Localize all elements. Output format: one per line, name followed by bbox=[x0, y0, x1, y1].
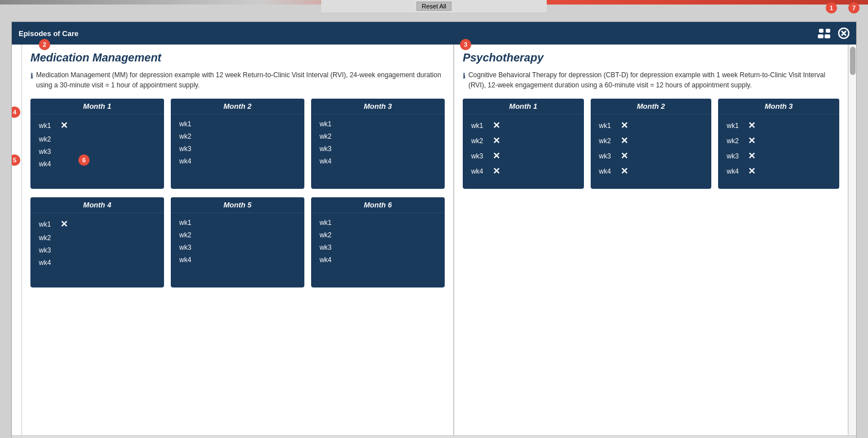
month-card: Month 1wk1✕wk2wk3wk4 bbox=[30, 99, 164, 189]
month-card: Month 3wk1wk2wk3wk4 bbox=[311, 99, 445, 189]
visit-mark[interactable]: ✕ bbox=[621, 151, 628, 161]
visit-mark[interactable]: ✕ bbox=[621, 166, 628, 176]
week-row: wk2 bbox=[320, 231, 436, 239]
week-row: wk1 bbox=[179, 219, 296, 227]
week-label: wk2 bbox=[179, 231, 195, 239]
week-row: wk4 bbox=[39, 160, 156, 168]
visit-mark[interactable]: ✕ bbox=[621, 135, 628, 146]
week-label: wk1 bbox=[179, 219, 195, 227]
week-row: wk4 bbox=[320, 157, 436, 165]
week-row: wk3 bbox=[39, 246, 156, 254]
svg-rect-2 bbox=[818, 34, 823, 38]
month-card: Month 3wk1✕wk2✕wk3✕wk4✕ bbox=[718, 99, 839, 189]
psychotherapy-description: ℹ Cognitive Behavioral Therapy for depre… bbox=[463, 70, 839, 90]
week-row: wk1✕ bbox=[39, 219, 156, 229]
week-label: wk2 bbox=[320, 132, 335, 140]
week-label: wk3 bbox=[320, 145, 335, 153]
badge-4: 4 bbox=[12, 107, 20, 118]
visit-mark[interactable]: ✕ bbox=[621, 120, 628, 131]
visit-mark[interactable]: ✕ bbox=[748, 166, 755, 176]
week-label: wk3 bbox=[727, 152, 742, 160]
week-row: wk3✕ bbox=[599, 151, 703, 161]
week-row: wk1✕ bbox=[599, 120, 703, 131]
week-row: wk3✕ bbox=[727, 151, 831, 161]
week-label: wk3 bbox=[320, 244, 335, 251]
week-label: wk2 bbox=[39, 234, 55, 242]
visit-mark[interactable]: ✕ bbox=[493, 135, 500, 146]
reset-all-button[interactable]: Reset All bbox=[417, 2, 451, 11]
svg-rect-1 bbox=[826, 29, 830, 33]
medication-info-icon: ℹ bbox=[30, 70, 33, 82]
week-row: wk2 bbox=[39, 135, 156, 143]
visit-mark[interactable]: ✕ bbox=[748, 151, 755, 161]
psychotherapy-info-icon: ℹ bbox=[463, 70, 466, 82]
week-label: wk1 bbox=[320, 120, 335, 128]
week-row: wk4✕ bbox=[727, 166, 831, 176]
visit-mark[interactable]: ✕ bbox=[748, 120, 755, 131]
week-row: wk4 bbox=[320, 256, 436, 264]
month-card: Month 4wk1✕wk2wk3wk4 bbox=[30, 197, 164, 287]
scrollbar-thumb[interactable] bbox=[850, 47, 856, 75]
badge-2: 2 bbox=[39, 39, 50, 50]
user-group-icon[interactable] bbox=[818, 28, 831, 39]
week-row: wk3 bbox=[320, 244, 436, 251]
week-row: wk4✕ bbox=[599, 166, 703, 176]
week-label: wk2 bbox=[179, 132, 195, 140]
week-row: wk2 bbox=[320, 132, 436, 140]
visit-mark[interactable]: ✕ bbox=[493, 166, 500, 176]
week-label: wk4 bbox=[320, 256, 335, 264]
week-row: wk4✕ bbox=[471, 166, 575, 176]
month-header: Month 5 bbox=[171, 197, 304, 213]
month-header: Month 2 bbox=[171, 99, 304, 114]
week-label: wk2 bbox=[599, 137, 615, 145]
week-row: wk2✕ bbox=[471, 135, 575, 146]
visit-mark[interactable]: ✕ bbox=[60, 120, 68, 131]
month-header: Month 6 bbox=[311, 197, 445, 213]
medication-description: ℹ Medication Management (MM) for depress… bbox=[30, 70, 445, 90]
week-row: wk2 bbox=[39, 234, 156, 242]
svg-rect-3 bbox=[825, 34, 830, 38]
week-label: wk3 bbox=[471, 152, 487, 160]
visit-mark[interactable]: ✕ bbox=[493, 120, 500, 131]
badge-6: 6 bbox=[78, 154, 90, 166]
month-card: Month 5wk1wk2wk3wk4 bbox=[171, 197, 304, 287]
svg-rect-0 bbox=[819, 29, 823, 33]
week-row: wk3 bbox=[320, 145, 436, 153]
week-row: wk2✕ bbox=[727, 135, 831, 146]
week-row: wk2 bbox=[179, 132, 296, 140]
month-header: Month 3 bbox=[311, 99, 445, 114]
week-label: wk4 bbox=[727, 167, 742, 175]
week-label: wk2 bbox=[471, 137, 487, 145]
scrollbar[interactable] bbox=[848, 45, 856, 435]
visit-mark[interactable]: ✕ bbox=[748, 135, 755, 146]
week-label: wk1 bbox=[39, 122, 55, 130]
badge-5: 5 bbox=[12, 154, 20, 166]
week-row: wk4 bbox=[179, 256, 296, 264]
close-icon[interactable] bbox=[838, 28, 849, 39]
week-row: wk1 bbox=[320, 120, 436, 128]
month-header: Month 3 bbox=[718, 99, 839, 114]
week-row: wk1 bbox=[320, 219, 436, 227]
week-row: wk3 bbox=[179, 244, 296, 251]
week-label: wk4 bbox=[179, 256, 195, 264]
week-row: wk2 bbox=[179, 231, 296, 239]
week-label: wk4 bbox=[179, 157, 195, 165]
week-label: wk1 bbox=[471, 122, 487, 130]
month-card: Month 1wk1✕wk2✕wk3✕wk4✕ bbox=[463, 99, 584, 189]
month-card: Month 2wk1wk2wk3wk4 bbox=[171, 99, 304, 189]
month-header: Month 1 bbox=[30, 99, 164, 114]
month-card: Month 2wk1✕wk2✕wk3✕wk4✕ bbox=[591, 99, 712, 189]
week-label: wk2 bbox=[320, 231, 335, 239]
week-label: wk3 bbox=[39, 148, 55, 156]
week-label: wk1 bbox=[599, 122, 615, 130]
week-label: wk3 bbox=[39, 246, 55, 254]
visit-mark[interactable]: ✕ bbox=[493, 151, 500, 161]
psychotherapy-panel: Psychotherapy ℹ Cognitive Behavioral The… bbox=[454, 45, 848, 435]
psychotherapy-title: Psychotherapy bbox=[463, 51, 839, 64]
week-label: wk3 bbox=[599, 152, 615, 160]
week-label: wk4 bbox=[599, 167, 615, 175]
week-label: wk2 bbox=[727, 137, 742, 145]
visit-mark[interactable]: ✕ bbox=[60, 219, 68, 229]
week-label: wk4 bbox=[39, 160, 55, 168]
month-header: Month 1 bbox=[463, 99, 584, 114]
